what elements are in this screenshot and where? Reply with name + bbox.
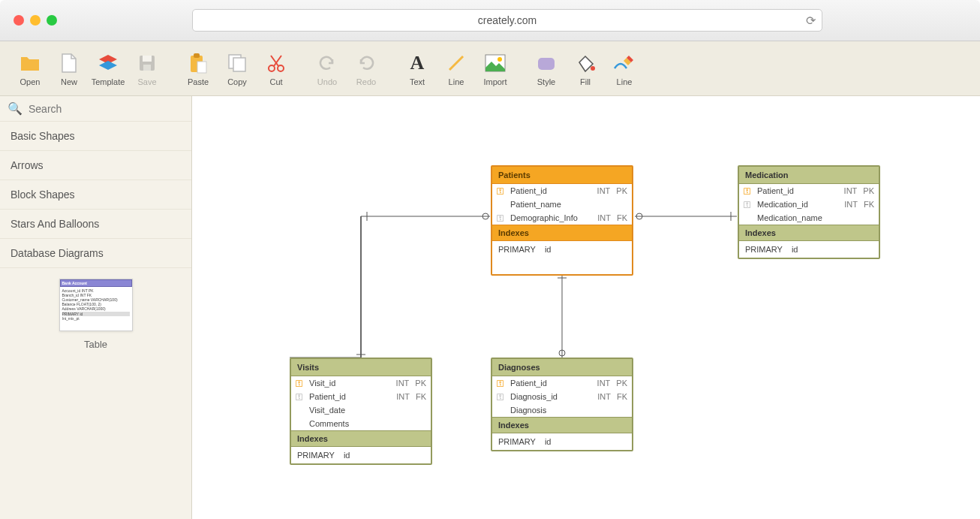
pencil-line-icon xyxy=(612,51,636,75)
close-window-icon[interactable] xyxy=(14,15,24,26)
entity-visits[interactable]: Visits ⚿Visit_idINTPK ⚿Patient_idINTFK V… xyxy=(290,358,432,465)
canvas[interactable]: Patients ⚿Patient_idINTPK Patient_name ⚿… xyxy=(192,96,980,519)
save-button[interactable]: Save xyxy=(128,46,167,91)
style-icon xyxy=(534,51,558,75)
search-input[interactable] xyxy=(29,103,184,115)
svg-rect-7 xyxy=(233,58,245,71)
field-row: ⚿Diagnosis_idINTFK xyxy=(492,390,632,403)
key-icon: ⚿ xyxy=(744,201,751,209)
field-row: Comments xyxy=(291,417,431,430)
import-button[interactable]: Import xyxy=(476,46,515,91)
svg-rect-13 xyxy=(538,58,555,70)
field-row: ⚿Demographic_InfoINTFK xyxy=(492,211,632,225)
browser-chrome: creately.com ⟳ xyxy=(0,0,980,41)
entity-title: Diagnoses xyxy=(492,359,632,376)
text-icon: A xyxy=(405,51,429,75)
copy-icon xyxy=(225,51,249,75)
search-icon: 🔍 xyxy=(8,101,23,116)
cut-button[interactable]: Cut xyxy=(257,46,296,91)
field-row: ⚿Patient_idINTPK xyxy=(492,184,632,198)
key-icon: ⚿ xyxy=(296,379,303,388)
entity-title: Medication xyxy=(739,167,879,184)
key-icon: ⚿ xyxy=(497,214,504,222)
undo-button[interactable]: Undo xyxy=(308,46,347,91)
bucket-icon xyxy=(573,51,597,75)
shape-palette: Bank Account Account_id INT PK Branch_id… xyxy=(0,268,191,361)
redo-button[interactable]: Redo xyxy=(347,46,386,91)
key-icon: ⚿ xyxy=(296,393,303,401)
sidebar: 🔍 Basic Shapes Arrows Block Shapes Stars… xyxy=(0,96,192,519)
table-shape-thumb[interactable]: Bank Account Account_id INT PK Branch_id… xyxy=(59,279,133,331)
svg-rect-2 xyxy=(143,65,151,71)
field-row: ⚿Visit_idINTPK xyxy=(291,376,431,390)
main-area: 🔍 Basic Shapes Arrows Block Shapes Stars… xyxy=(0,96,980,519)
index-row: PRIMARYid xyxy=(291,447,431,463)
style-button[interactable]: Style xyxy=(527,46,566,91)
index-row: PRIMARYid xyxy=(492,241,632,258)
indexes-header: Indexes xyxy=(291,430,431,447)
field-row: ⚿Patient_idINTPK xyxy=(492,376,632,390)
entity-title: Visits xyxy=(291,359,431,376)
line-icon xyxy=(444,51,468,75)
window-controls xyxy=(14,15,57,26)
key-icon: ⚿ xyxy=(497,379,504,388)
clipboard-icon xyxy=(186,51,210,75)
sidebar-item-basic-shapes[interactable]: Basic Shapes xyxy=(0,122,191,151)
field-row: ⚿Medication_idINTFK xyxy=(739,198,879,211)
page-icon xyxy=(57,51,81,75)
field-row: Medication_name xyxy=(739,211,879,225)
indexes-header: Indexes xyxy=(492,417,632,433)
undo-icon xyxy=(315,51,339,75)
sidebar-item-stars-balloons[interactable]: Stars And Balloons xyxy=(0,210,191,239)
svg-point-16 xyxy=(636,213,642,219)
search-row: 🔍 xyxy=(0,96,191,122)
save-icon xyxy=(135,51,159,75)
minimize-window-icon[interactable] xyxy=(30,15,41,26)
index-row: PRIMARYid xyxy=(739,241,879,258)
key-icon: ⚿ xyxy=(744,187,751,195)
entity-diagnoses[interactable]: Diagnoses ⚿Patient_idINTPK ⚿Diagnosis_id… xyxy=(491,358,633,451)
entity-medication[interactable]: Medication ⚿Patient_idINTPK ⚿Medication_… xyxy=(738,165,880,259)
svg-point-34 xyxy=(559,350,565,356)
template-button[interactable]: Template xyxy=(89,46,128,91)
folder-icon xyxy=(18,51,42,75)
indexes-header: Indexes xyxy=(492,225,632,241)
line-button[interactable]: Line xyxy=(437,46,476,91)
indexes-header: Indexes xyxy=(739,225,879,241)
toolbar: Open New Template Save Paste Copy Cut Un… xyxy=(0,41,980,96)
url-bar[interactable]: creately.com ⟳ xyxy=(192,9,822,32)
field-row: Diagnosis xyxy=(492,403,632,417)
svg-point-12 xyxy=(498,57,502,62)
svg-point-9 xyxy=(278,65,284,71)
fill-button[interactable]: Fill xyxy=(566,46,605,91)
layers-icon xyxy=(96,51,120,75)
paste-button[interactable]: Paste xyxy=(179,46,218,91)
new-button[interactable]: New xyxy=(50,46,89,91)
entity-title: Patients xyxy=(492,167,632,184)
entity-patients[interactable]: Patients ⚿Patient_idINTPK Patient_name ⚿… xyxy=(491,165,633,276)
field-row: Visit_date xyxy=(291,403,431,417)
field-row: ⚿Patient_idINTPK xyxy=(739,184,879,198)
sidebar-item-block-shapes[interactable]: Block Shapes xyxy=(0,180,191,210)
field-row: ⚿Patient_idINTFK xyxy=(291,390,431,403)
redo-icon xyxy=(354,51,378,75)
index-row: PRIMARYid xyxy=(492,433,632,450)
svg-rect-5 xyxy=(197,62,206,73)
open-button[interactable]: Open xyxy=(11,46,50,91)
svg-point-19 xyxy=(482,213,488,219)
svg-rect-4 xyxy=(194,53,200,58)
url-text: creately.com xyxy=(478,14,537,26)
svg-rect-1 xyxy=(143,56,152,62)
key-icon: ⚿ xyxy=(497,187,504,195)
key-icon: ⚿ xyxy=(497,393,504,401)
sidebar-item-arrows[interactable]: Arrows xyxy=(0,151,191,180)
linestyle-button[interactable]: Line xyxy=(605,46,644,91)
svg-line-10 xyxy=(449,56,463,70)
copy-button[interactable]: Copy xyxy=(218,46,257,91)
svg-point-14 xyxy=(591,66,595,71)
sidebar-item-database-diagrams[interactable]: Database Diagrams xyxy=(0,239,191,268)
reload-icon[interactable]: ⟳ xyxy=(806,14,816,28)
maximize-window-icon[interactable] xyxy=(47,15,57,26)
text-button[interactable]: A Text xyxy=(398,46,437,91)
svg-point-8 xyxy=(269,65,275,71)
